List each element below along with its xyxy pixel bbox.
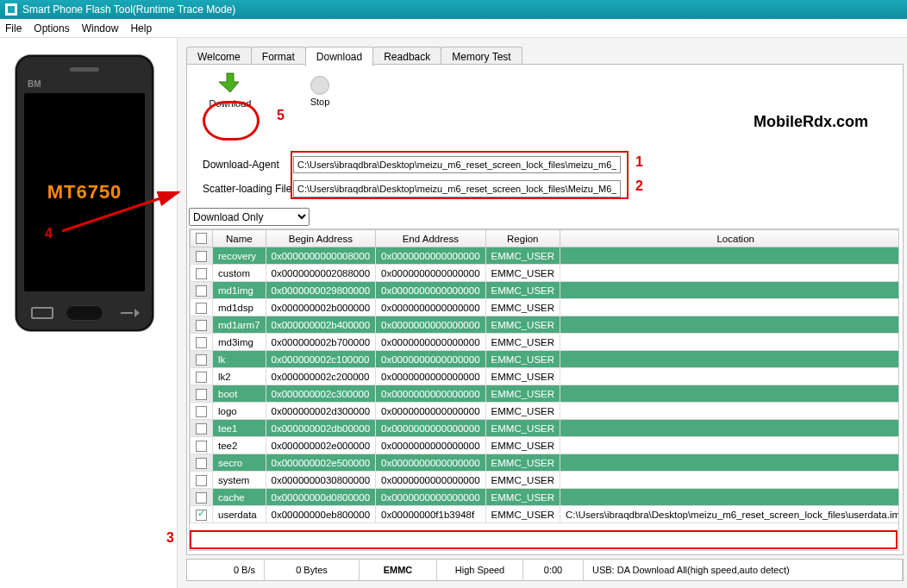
cell-region: EMMC_USER — [485, 385, 560, 403]
svg-rect-0 — [8, 6, 15, 13]
stop-button-label: Stop — [292, 97, 347, 107]
cell-name: md1img — [213, 282, 266, 299]
cell-name: tee1 — [213, 420, 266, 437]
table-row[interactable]: lk20x000000002c2000000x0000000000000000E… — [191, 368, 900, 385]
phone-mockup: BM MT6750 — [16, 55, 153, 331]
annotation-4: 4 — [45, 226, 53, 241]
download-mode-dropdown[interactable]: Download Only — [189, 208, 310, 226]
cell-end: 0x0000000000000000 — [376, 403, 485, 420]
cell-region: EMMC_USER — [485, 489, 560, 506]
table-row[interactable]: logo0x000000002d3000000x0000000000000000… — [191, 403, 900, 420]
table-row[interactable]: md3img0x000000002b7000000x00000000000000… — [191, 334, 900, 351]
menu-help[interactable]: Help — [130, 22, 152, 34]
col-region[interactable]: Region — [485, 230, 560, 247]
cell-region: EMMC_USER — [485, 247, 560, 265]
tab-body: Download Stop 5 MobileRdx.com Download-A… — [186, 64, 904, 555]
cell-location: C:\Users\ibraqdbra\Desktop\meizu_m6_rese… — [560, 506, 899, 523]
menu-file[interactable]: File — [5, 22, 22, 34]
cell-begin: 0x000000002b400000 — [266, 316, 375, 334]
cell-begin: 0x0000000002088000 — [266, 265, 375, 282]
cell-begin: 0x0000000029800000 — [266, 282, 375, 299]
table-row[interactable]: tee10x000000002db000000x0000000000000000… — [191, 420, 900, 437]
row-checkbox[interactable] — [196, 303, 207, 314]
table-row[interactable]: md1dsp0x000000002b0000000x00000000000000… — [191, 299, 900, 316]
phone-preview-pane: BM MT6750 — [0, 38, 177, 588]
table-row[interactable]: userdata0x00000000eb8000000x00000000f1b3… — [191, 506, 900, 523]
table-row[interactable]: lk0x000000002c1000000x0000000000000000EM… — [191, 351, 900, 368]
table-row[interactable]: system0x00000000308000000x00000000000000… — [191, 472, 900, 489]
annotation-box-userdata — [190, 530, 898, 549]
cell-begin: 0x00000000eb800000 — [266, 506, 375, 523]
status-usb: USB: DA Download All(high speed,auto det… — [584, 560, 903, 580]
cell-region: EMMC_USER — [485, 403, 560, 420]
cell-location — [560, 316, 899, 334]
menubar: File Options Window Help — [0, 19, 907, 38]
row-checkbox[interactable] — [196, 441, 207, 452]
annotation-box-files — [291, 151, 629, 199]
cell-location — [560, 299, 899, 316]
table-row[interactable]: md1img0x00000000298000000x00000000000000… — [191, 282, 900, 299]
row-checkbox[interactable] — [196, 268, 207, 279]
stop-button[interactable]: Stop — [292, 74, 347, 107]
row-checkbox[interactable] — [196, 354, 207, 366]
table-row[interactable]: custom0x00000000020880000x00000000000000… — [191, 265, 900, 282]
cell-name: md1dsp — [213, 299, 266, 316]
menu-window[interactable]: Window — [82, 22, 119, 34]
cell-location — [560, 265, 899, 282]
col-end[interactable]: End Address — [376, 230, 485, 247]
col-name[interactable]: Name — [213, 230, 266, 247]
table-row[interactable]: recovery0x00000000000080000x000000000000… — [191, 247, 900, 265]
download-mode-dropdown-wrap: Download Only — [189, 208, 310, 226]
cell-begin: 0x00000000d0800000 — [266, 489, 375, 506]
row-checkbox[interactable] — [196, 372, 207, 383]
cell-end: 0x0000000000000000 — [376, 454, 485, 472]
row-checkbox[interactable] — [196, 423, 207, 435]
table-row[interactable]: cache0x00000000d08000000x000000000000000… — [191, 489, 900, 506]
status-bps: 0 B/s — [187, 560, 265, 580]
cell-name: logo — [213, 403, 266, 420]
row-checkbox[interactable] — [196, 458, 207, 469]
cell-region: EMMC_USER — [485, 282, 560, 299]
col-location[interactable]: Location — [560, 230, 899, 247]
status-time: 0:00 — [523, 560, 584, 580]
partition-table[interactable]: Name Begin Address End Address Region Lo… — [189, 228, 899, 551]
cell-region: EMMC_USER — [485, 299, 560, 316]
stop-icon — [310, 76, 329, 95]
cell-end: 0x0000000000000000 — [376, 265, 485, 282]
header-checkbox[interactable] — [196, 233, 207, 244]
menu-options[interactable]: Options — [34, 22, 69, 34]
phone-home-button-icon — [66, 305, 103, 321]
table-row[interactable]: secro0x000000002e5000000x000000000000000… — [191, 454, 900, 472]
chip-label: MT6750 — [47, 181, 122, 203]
cell-begin: 0x000000002d300000 — [266, 403, 375, 420]
table-row[interactable]: md1arm70x000000002b4000000x0000000000000… — [191, 316, 900, 334]
download-agent-label: Download-Agent — [203, 159, 293, 171]
cell-name: tee2 — [213, 437, 266, 454]
row-checkbox[interactable] — [196, 475, 207, 486]
tab-download[interactable]: Download — [305, 47, 373, 66]
cell-begin: 0x000000002b700000 — [266, 334, 375, 351]
watermark-text: MobileRdx.com — [754, 113, 868, 131]
cell-end: 0x0000000000000000 — [376, 420, 485, 437]
col-begin[interactable]: Begin Address — [266, 230, 375, 247]
row-checkbox[interactable] — [196, 389, 207, 400]
cell-end: 0x0000000000000000 — [376, 368, 485, 385]
status-speed: High Speed — [437, 560, 523, 580]
cell-name: md1arm7 — [213, 316, 266, 334]
row-checkbox[interactable] — [196, 320, 207, 331]
table-row[interactable]: tee20x000000002e0000000x0000000000000000… — [191, 437, 900, 454]
table-row[interactable]: boot0x000000002c3000000x0000000000000000… — [191, 385, 900, 403]
cell-name: recovery — [213, 247, 266, 265]
row-checkbox[interactable] — [196, 251, 207, 262]
download-arrow-icon — [219, 72, 241, 94]
cell-end: 0x0000000000000000 — [376, 334, 485, 351]
cell-begin: 0x000000002e500000 — [266, 454, 375, 472]
row-checkbox[interactable] — [196, 406, 207, 417]
row-checkbox[interactable] — [196, 285, 207, 297]
cell-location — [560, 282, 899, 299]
row-checkbox[interactable] — [196, 492, 207, 504]
cell-region: EMMC_USER — [485, 454, 560, 472]
annotation-5: 5 — [277, 108, 285, 123]
row-checkbox[interactable] — [196, 510, 207, 521]
row-checkbox[interactable] — [196, 337, 207, 348]
